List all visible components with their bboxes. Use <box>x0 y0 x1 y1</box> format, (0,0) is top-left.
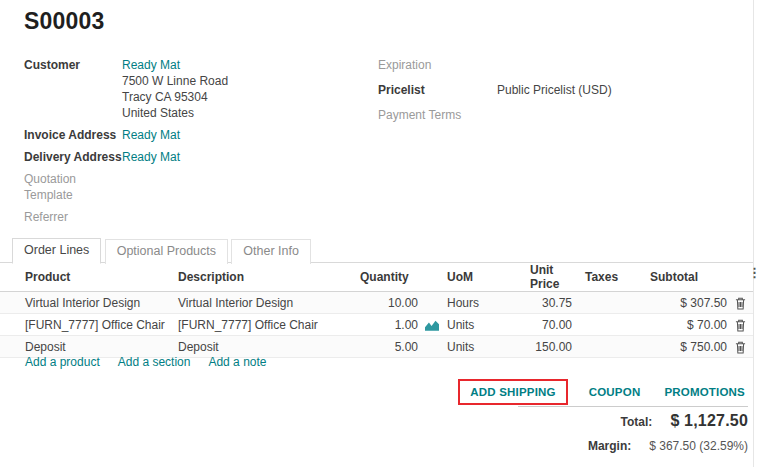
table-header-row: Product Description Quantity UoM Unit Pr… <box>0 263 753 292</box>
unit-price-cell[interactable]: 150.00 <box>530 336 574 358</box>
field-customer: Customer Ready Mat 7500 W Linne Road Tra… <box>24 57 364 121</box>
invoice-address-label: Invoice Address <box>24 127 122 143</box>
field-expiration: Expiration <box>378 57 738 73</box>
order-line-row[interactable]: Virtual Interior Design Virtual Interior… <box>0 292 753 314</box>
address-line: United States <box>122 105 228 121</box>
add-shipping-button[interactable]: ADD SHIPPING <box>470 386 555 398</box>
tab-other-info[interactable]: Other Info <box>231 239 311 264</box>
quantity-cell[interactable]: 5.00 <box>360 336 418 358</box>
total-label: Total: <box>621 415 653 429</box>
quotation-template-label: Quotation Template <box>24 171 122 203</box>
quantity-cell[interactable]: 10.00 <box>360 292 418 314</box>
notebook-tabs: Order Lines Optional Products Other Info <box>0 238 753 263</box>
total-value: $ 1,127.50 <box>670 412 748 430</box>
unit-price-cell[interactable]: 70.00 <box>530 314 574 336</box>
col-header-taxes[interactable]: Taxes <box>574 263 650 292</box>
add-a-product-link[interactable]: Add a product <box>25 355 100 369</box>
totals-footer: Total: $ 1,127.50 Margin: $ 367.50 (32.5… <box>518 406 748 453</box>
delete-line-button[interactable] <box>727 336 753 358</box>
field-group-right: Expiration Pricelist Public Pricelist (U… <box>378 57 738 132</box>
add-a-note-link[interactable]: Add a note <box>208 355 266 369</box>
delete-line-button[interactable] <box>727 314 753 336</box>
tab-optional-products[interactable]: Optional Products <box>105 239 228 264</box>
uom-cell[interactable]: Units <box>445 336 530 358</box>
field-payment-terms: Payment Terms <box>378 107 738 123</box>
description-cell[interactable]: [FURN_7777] Office Chair <box>170 314 360 336</box>
delivery-address-value-link[interactable]: Ready Mat <box>122 149 180 165</box>
unit-price-cell[interactable]: 30.75 <box>530 292 574 314</box>
field-quotation-template: Quotation Template <box>24 171 364 203</box>
referrer-label: Referrer <box>24 209 122 225</box>
forecast-icon[interactable] <box>418 318 445 332</box>
field-pricelist: Pricelist Public Pricelist (USD) <box>378 82 738 98</box>
line-add-links: Add a product Add a section Add a note <box>25 355 267 369</box>
field-referrer: Referrer <box>24 209 364 225</box>
field-group-left: Customer Ready Mat 7500 W Linne Road Tra… <box>24 57 364 231</box>
taxes-cell[interactable] <box>574 292 650 314</box>
col-header-description[interactable]: Description <box>170 263 360 292</box>
uom-cell[interactable]: Hours <box>445 292 530 314</box>
expiration-label: Expiration <box>378 57 497 73</box>
subtotal-cell: $ 750.00 <box>650 336 727 358</box>
coupon-button[interactable]: COUPON <box>589 386 641 398</box>
product-cell[interactable]: [FURN_7777] Office Chair <box>0 314 170 336</box>
trash-icon <box>735 295 746 309</box>
field-invoice-address: Invoice Address Ready Mat <box>24 127 364 143</box>
taxes-cell[interactable] <box>574 314 650 336</box>
customer-address: 7500 W Linne Road Tracy CA 95304 United … <box>122 73 228 121</box>
pricelist-value[interactable]: Public Pricelist (USD) <box>497 82 612 98</box>
sheet-border <box>753 0 754 467</box>
page-title: S00003 <box>24 8 105 35</box>
subtotal-cell: $ 70.00 <box>650 314 727 336</box>
col-header-uom[interactable]: UoM <box>445 263 530 292</box>
order-line-row[interactable]: [FURN_7777] Office Chair [FURN_7777] Off… <box>0 314 753 336</box>
payment-terms-label: Payment Terms <box>378 107 497 123</box>
total-row: Total: $ 1,127.50 <box>518 412 748 430</box>
delivery-address-label: Delivery Address <box>24 149 122 165</box>
invoice-address-value-link[interactable]: Ready Mat <box>122 127 180 143</box>
margin-row: Margin: $ 367.50 (32.59%) <box>518 439 748 453</box>
col-header-unit-price[interactable]: Unit Price <box>530 263 574 292</box>
column-options-icon[interactable]: ⋮ <box>748 266 761 280</box>
product-cell[interactable]: Virtual Interior Design <box>0 292 170 314</box>
order-actions: ADD SHIPPING COUPON PROMOTIONS <box>0 378 745 406</box>
sale-order-form: S00003 Customer Ready Mat 7500 W Linne R… <box>0 0 768 467</box>
field-delivery-address: Delivery Address Ready Mat <box>24 149 364 165</box>
add-shipping-highlight-box: ADD SHIPPING <box>458 379 567 405</box>
description-cell[interactable]: Virtual Interior Design <box>170 292 360 314</box>
col-header-quantity[interactable]: Quantity <box>360 263 418 292</box>
taxes-cell[interactable] <box>574 336 650 358</box>
margin-label: Margin: <box>588 439 631 453</box>
address-line: Tracy CA 95304 <box>122 89 228 105</box>
uom-cell[interactable]: Units <box>445 314 530 336</box>
col-header-subtotal[interactable]: Subtotal <box>650 263 727 292</box>
pricelist-label: Pricelist <box>378 82 497 98</box>
trash-icon <box>735 317 746 331</box>
customer-label: Customer <box>24 57 122 121</box>
tab-order-lines[interactable]: Order Lines <box>12 238 101 264</box>
promotions-button[interactable]: PROMOTIONS <box>664 386 745 398</box>
add-a-section-link[interactable]: Add a section <box>118 355 191 369</box>
address-line: 7500 W Linne Road <box>122 73 228 89</box>
margin-value: $ 367.50 (32.59%) <box>649 439 748 453</box>
order-lines-table: Product Description Quantity UoM Unit Pr… <box>0 263 753 358</box>
customer-value-link[interactable]: Ready Mat <box>122 58 180 72</box>
delete-line-button[interactable] <box>727 292 753 314</box>
trash-icon <box>735 339 746 353</box>
col-header-product[interactable]: Product <box>0 263 170 292</box>
quantity-cell[interactable]: 1.00 <box>360 314 418 336</box>
subtotal-cell: $ 307.50 <box>650 292 727 314</box>
